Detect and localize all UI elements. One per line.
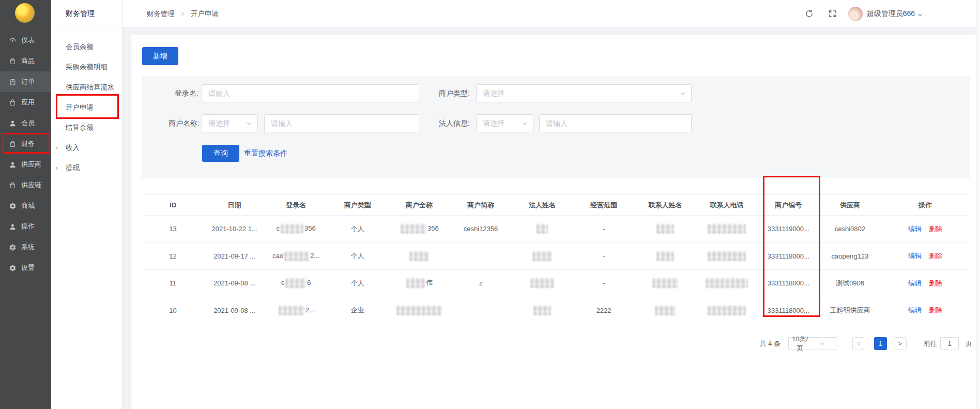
applications-table: ID日期登录名商户类型商户全称商户简称法人姓名经营范围联系人姓名联系人电话商户编… [142, 194, 970, 324]
cell-text: ceshi12356 [464, 225, 498, 233]
redacted-blur-block [652, 278, 678, 288]
submenu-item-label: 结算余额 [66, 123, 94, 132]
sidebar-item-8[interactable]: 商城 [0, 195, 51, 216]
table-cell: ceshi12356 [450, 225, 511, 233]
top-bar: 财务管理 > 开户申请 超级管理员666 [122, 0, 976, 27]
table-cell [635, 251, 696, 261]
edit-link[interactable]: 编辑 [908, 225, 922, 233]
sidebar-item-3[interactable]: 应用 [0, 92, 51, 113]
submenu-item-6[interactable]: ›提现 [51, 158, 122, 178]
next-page-button[interactable]: > [894, 337, 907, 350]
bag-icon [9, 57, 17, 65]
cell-text: 个人 [351, 279, 364, 287]
delete-link[interactable]: 删除 [929, 252, 942, 260]
search-button[interactable]: 查询 [202, 145, 239, 162]
reset-search-link[interactable]: 重置搜索条件 [244, 145, 287, 162]
sidebar-item-1[interactable]: 商品 [0, 51, 51, 71]
legal-info-select[interactable]: 请选择 [476, 114, 533, 132]
merchant-type-select[interactable]: 请选择 [476, 84, 692, 102]
submenu-item-5[interactable]: ›收入 [51, 138, 122, 158]
sidebar-item-label: 应用 [21, 98, 35, 107]
cell-text: 3331119000... [768, 225, 809, 233]
sidebar-item-label: 供应商 [21, 160, 41, 169]
merchant-name-select[interactable]: 请选择 [202, 114, 258, 132]
goto-page-input[interactable] [941, 338, 958, 350]
table-cell: 个人 [327, 224, 388, 234]
table-cell: cao2... [265, 251, 327, 261]
cell-text: c [277, 224, 280, 232]
sidebar-item-2[interactable]: 订单 [0, 71, 51, 92]
cell-text: 3331118000... [768, 279, 809, 287]
submenu-item-4[interactable]: 结算余额 [51, 117, 122, 138]
person-icon [9, 119, 17, 127]
breadcrumb-root[interactable]: 财务管理 [147, 9, 175, 19]
cell-text: 13 [169, 225, 176, 233]
scrollbar[interactable] [976, 0, 980, 409]
edit-link[interactable]: 编辑 [908, 306, 922, 314]
table-cell [635, 306, 696, 315]
table-row: 122021-09-17 ...cao2...个人-3331118000...c… [142, 243, 970, 270]
table-cell: 13 [142, 225, 204, 233]
sidebar-item-6[interactable]: 供应商 [0, 154, 51, 175]
sidebar-item-0[interactable]: 仪表 [0, 30, 51, 51]
redacted-blur-block [655, 306, 676, 315]
breadcrumb-separator-icon: > [181, 10, 185, 18]
submenu-item-0[interactable]: 会员余额 [51, 37, 122, 57]
gear-icon [9, 244, 17, 251]
sidebar-item-4[interactable]: 会员 [0, 113, 51, 133]
breadcrumb-current: 开户申请 [191, 9, 219, 19]
cell-text: cao [272, 252, 283, 260]
sidebar-item-5[interactable]: 财务 [0, 133, 51, 154]
cell-text: 王起明供应商 [830, 306, 870, 314]
delete-link[interactable]: 删除 [929, 306, 942, 314]
submenu-items: 会员余额采购余额明细供应商结算流水开户申请结算余额›收入›提现 [51, 27, 122, 178]
sidebar-item-9[interactable]: 操作 [0, 216, 51, 237]
cell-text: 2021-09-17 ... [213, 252, 255, 260]
cell-text: 个人 [351, 225, 364, 233]
workspace-avatar[interactable] [15, 3, 35, 23]
page-1-button[interactable]: 1 [874, 337, 887, 350]
sidebar-item-label: 仪表 [21, 36, 35, 45]
chevron-down-icon[interactable] [917, 11, 923, 17]
sidebar-item-label: 会员 [21, 118, 35, 128]
sidebar-item-11[interactable]: 设置 [0, 257, 51, 278]
submenu-item-3[interactable]: 开户申请 [51, 97, 122, 117]
fullscreen-icon[interactable] [828, 9, 837, 18]
table-cell: 企业 [327, 306, 388, 315]
delete-link[interactable]: 删除 [929, 279, 942, 287]
cell-text: 测试0906 [836, 279, 864, 287]
submenu-item-1[interactable]: 采购余额明细 [51, 57, 122, 77]
sidebar-item-10[interactable]: 系统 [0, 237, 51, 257]
search-panel: 登录名: 商户类型: 请选择 商户名称: 请选择 [142, 77, 970, 178]
table-cell [511, 278, 573, 288]
column-header-2: 登录名 [265, 201, 327, 210]
cell-text: 2... [310, 252, 319, 260]
chevron-down-icon [811, 341, 834, 347]
sidebar-item-7[interactable]: 供应链 [0, 175, 51, 195]
cell-text: 6 [307, 279, 311, 286]
prev-page-button[interactable]: < [852, 337, 865, 350]
merchant-name-input[interactable] [265, 119, 419, 128]
column-header-6: 法人姓名 [511, 201, 573, 210]
user-avatar[interactable] [848, 7, 863, 21]
table-cell [696, 278, 758, 288]
user-name[interactable]: 超级管理员666 [867, 9, 915, 19]
table-cell: 个人 [327, 279, 388, 288]
submenu-item-label: 收入 [66, 143, 80, 153]
login-name-input[interactable] [202, 89, 419, 98]
refresh-icon[interactable] [805, 9, 814, 18]
cell-text: 3331118000... [768, 252, 809, 260]
redacted-blur-block [708, 224, 746, 234]
redacted-blur-block [284, 251, 309, 261]
edit-link[interactable]: 编辑 [908, 252, 922, 260]
page-size-select[interactable]: 10条/页 [788, 337, 837, 350]
user-cluster: 超级管理员666 [805, 0, 923, 27]
delete-link[interactable]: 删除 [929, 225, 942, 233]
cell-text: c [281, 279, 285, 286]
legal-info-input[interactable] [540, 119, 691, 128]
login-name-input-wrap [202, 84, 419, 102]
add-button[interactable]: 新增 [142, 47, 178, 65]
submenu-item-2[interactable]: 供应商结算流水 [51, 77, 122, 97]
cell-text: 2... [305, 306, 315, 314]
edit-link[interactable]: 编辑 [908, 279, 922, 287]
